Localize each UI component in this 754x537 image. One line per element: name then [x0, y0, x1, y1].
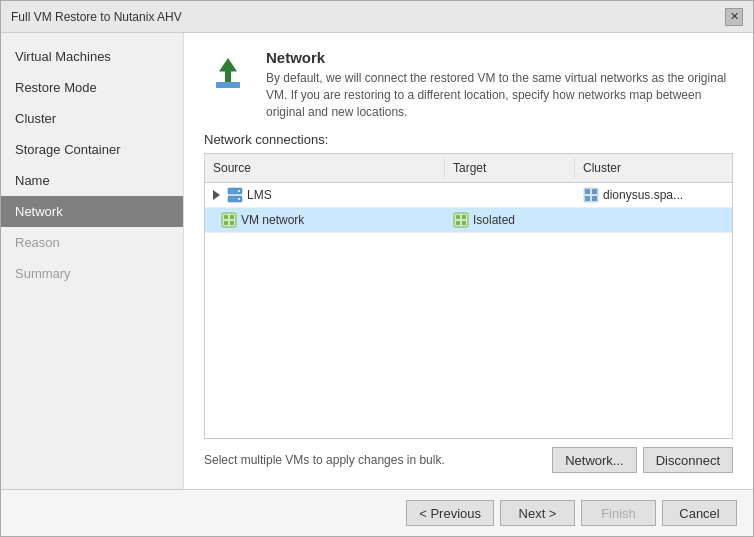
previous-button[interactable]: < Previous: [406, 500, 494, 526]
svg-rect-8: [592, 189, 597, 194]
disconnect-button[interactable]: Disconnect: [643, 447, 733, 473]
sidebar: Virtual Machines Restore Mode Cluster St…: [1, 33, 184, 489]
main-panel: Network By default, we will connect the …: [184, 33, 753, 489]
table-body: LMS dionysus.spa...: [205, 183, 732, 233]
table-row[interactable]: VM network Isolated: [205, 208, 732, 233]
vm-network-label: VM network: [241, 213, 304, 227]
server-icon: [227, 187, 243, 203]
sidebar-item-network[interactable]: Network: [1, 196, 183, 227]
network-action-buttons: Network... Disconnect: [552, 447, 733, 473]
sidebar-item-cluster[interactable]: Cluster: [1, 103, 183, 134]
section-description: By default, we will connect the restored…: [266, 70, 733, 120]
header-text: Network By default, we will connect the …: [266, 49, 733, 120]
cluster-network-icon: [583, 187, 599, 203]
svg-rect-16: [454, 213, 468, 227]
bulk-help-text: Select multiple VMs to apply changes in …: [204, 453, 445, 467]
dialog-title: Full VM Restore to Nutanix AHV: [11, 10, 182, 24]
table-header: Source Target Cluster: [205, 154, 732, 183]
content-area: Virtual Machines Restore Mode Cluster St…: [1, 33, 753, 489]
svg-rect-10: [592, 196, 597, 201]
table-row[interactable]: LMS dionysus.spa...: [205, 183, 732, 208]
row-target-lms: [445, 191, 575, 199]
svg-point-4: [238, 190, 240, 192]
isolated-label: Isolated: [473, 213, 515, 227]
sidebar-item-virtual-machines[interactable]: Virtual Machines: [1, 41, 183, 72]
network-button[interactable]: Network...: [552, 447, 637, 473]
sidebar-item-reason[interactable]: Reason: [1, 227, 183, 258]
row-cluster-vmnetwork: [575, 216, 732, 224]
svg-rect-14: [224, 221, 228, 225]
svg-marker-0: [219, 58, 237, 85]
svg-point-5: [238, 198, 240, 200]
svg-rect-7: [585, 189, 590, 194]
footer: < Previous Next > Finish Cancel: [1, 489, 753, 536]
section-title: Network: [266, 49, 733, 66]
svg-rect-9: [585, 196, 590, 201]
row-cluster-lms: dionysus.spa...: [575, 183, 732, 207]
finish-button[interactable]: Finish: [581, 500, 656, 526]
triangle-icon: [213, 190, 220, 200]
cancel-button[interactable]: Cancel: [662, 500, 737, 526]
close-button[interactable]: ✕: [725, 8, 743, 26]
sidebar-item-restore-mode[interactable]: Restore Mode: [1, 72, 183, 103]
header-icon-area: [204, 49, 252, 97]
dialog: Full VM Restore to Nutanix AHV ✕ Virtual…: [0, 0, 754, 537]
sidebar-item-name[interactable]: Name: [1, 165, 183, 196]
lms-label: LMS: [247, 188, 272, 202]
col-header-source: Source: [205, 158, 445, 178]
section-header: Network By default, we will connect the …: [204, 49, 733, 120]
sidebar-item-summary[interactable]: Summary: [1, 258, 183, 289]
svg-rect-15: [230, 221, 234, 225]
title-bar: Full VM Restore to Nutanix AHV ✕: [1, 1, 753, 33]
svg-rect-11: [222, 213, 236, 227]
col-header-target: Target: [445, 158, 575, 178]
col-header-cluster: Cluster: [575, 158, 732, 178]
upload-arrow-icon: [210, 55, 246, 91]
svg-rect-17: [456, 215, 460, 219]
row-source-vmnetwork: VM network: [205, 208, 445, 232]
svg-rect-1: [216, 82, 240, 88]
svg-rect-18: [462, 215, 466, 219]
vm-network-target-icon: [453, 212, 469, 228]
connections-label: Network connections:: [204, 132, 733, 147]
row-target-vmnetwork: Isolated: [445, 208, 575, 232]
svg-rect-13: [230, 215, 234, 219]
row-source-lms: LMS: [205, 183, 445, 207]
vm-network-source-icon: [221, 212, 237, 228]
network-table: Source Target Cluster: [204, 153, 733, 439]
next-button[interactable]: Next >: [500, 500, 575, 526]
sidebar-item-storage-container[interactable]: Storage Container: [1, 134, 183, 165]
svg-rect-19: [456, 221, 460, 225]
svg-rect-20: [462, 221, 466, 225]
bottom-row: Select multiple VMs to apply changes in …: [204, 447, 733, 473]
cluster-name-lms: dionysus.spa...: [603, 188, 683, 202]
svg-rect-12: [224, 215, 228, 219]
